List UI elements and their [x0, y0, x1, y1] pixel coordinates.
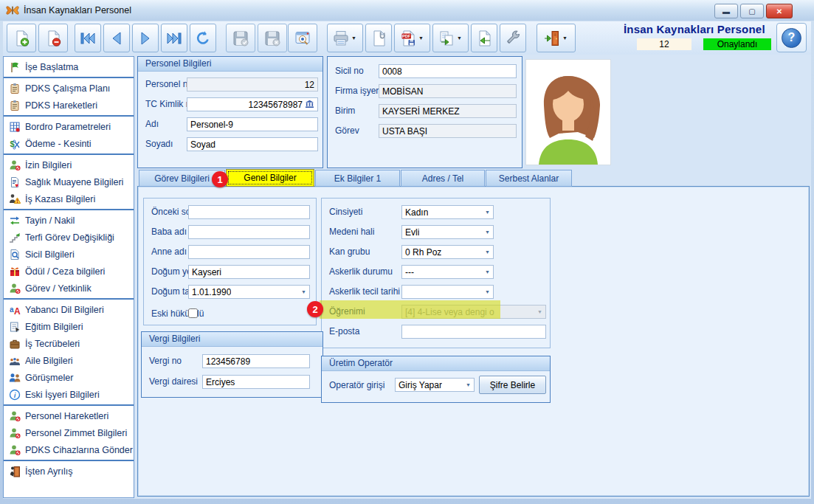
sidebar-item-aile-bilgileri[interactable]: Aile Bilgileri [4, 352, 134, 369]
firma-isyeri-label: Firma işyeri [335, 86, 381, 96]
save-button [226, 24, 255, 52]
sidebar-item-i-s-tecrubeleri[interactable]: İş Tecrübeleri [4, 335, 134, 352]
tools-button[interactable] [500, 24, 526, 52]
copy-transfer-button[interactable]: ▼ [432, 24, 469, 52]
kan-grubu-combo[interactable]: 0 Rh Poz▼ [401, 245, 494, 259]
dogum-yeri-input[interactable] [188, 265, 310, 279]
toolbar-title-block: İnsan Kaynakları Personel 12 Onaylandı [624, 23, 771, 35]
chevron-down-icon: ▼ [483, 249, 490, 255]
sidebar-item-personel-zimmet-bilgileri[interactable]: Personel Zimmet Bilgileri [4, 424, 134, 441]
tab-serbest-alanlar[interactable]: Serbest Alanlar [486, 170, 572, 187]
dropdown-arrow-icon[interactable]: ▼ [455, 24, 463, 52]
medeni-hali-label: Medeni hali [329, 227, 374, 237]
help-button[interactable]: ? [776, 23, 807, 52]
refresh-button[interactable] [190, 24, 216, 52]
tax-info-panel: Vergi Bilgileri Vergi noVergi dairesi [141, 331, 323, 398]
sidebar-item-terfi-gorev-degisikligi[interactable]: Terfi Görev Değişikliği [4, 229, 134, 246]
minimize-button[interactable]: ▬ [714, 4, 738, 18]
onceki-soyadi-input[interactable] [188, 205, 310, 219]
sidebar-item-pdks-calisma-plani[interactable]: PDKS Çalışma Planı [4, 80, 134, 97]
sidebar-item-sicil-bilgileri[interactable]: Sicil Bilgileri [4, 246, 134, 263]
first-record-button[interactable] [75, 24, 101, 52]
doc-heart-icon [8, 176, 21, 188]
maximize-button[interactable]: ▢ [740, 4, 764, 18]
kan-grubu-label: Kan grubu [329, 246, 370, 257]
e-posta-input[interactable] [401, 325, 546, 339]
sicil-no-input[interactable] [379, 64, 517, 78]
sidebar-item-i-zin-bilgileri[interactable]: İzin Bilgileri [4, 156, 134, 173]
medeni-hali-combo[interactable]: Evli▼ [401, 225, 494, 239]
people-chat-icon [8, 371, 21, 384]
sidebar-item-gorev-yetkinlik[interactable]: Görev / Yetkinlik [4, 280, 134, 297]
gorev-input [379, 124, 517, 138]
dropdown-arrow-icon[interactable]: ▼ [561, 24, 569, 52]
new-record-button[interactable] [7, 24, 36, 52]
sidebar-item-odeme-kesinti[interactable]: Ödeme - Kesinti [4, 135, 134, 152]
print-button[interactable]: ▼ [327, 24, 363, 52]
sidebar-item-bordro-parametreleri[interactable]: Bordro Parametreleri [4, 118, 134, 135]
tax-panel-title: Vergi Bilgileri [142, 332, 323, 347]
tab-genel-bilgiler[interactable]: Genel Bilgiler [226, 169, 314, 187]
sidebar-item-label: PDKS Çalışma Planı [25, 83, 110, 94]
sidebar-item-personel-hareketleri[interactable]: Personel Hareketleri [4, 407, 134, 424]
sidebar-item-label: İş Kazası Bilgileri [25, 194, 95, 204]
cinsiyeti-combo[interactable]: Kadın▼ [401, 205, 494, 219]
preview-icon [294, 30, 311, 47]
dogum-tarihi-combo[interactable]: 1.01.1990▼ [188, 285, 310, 299]
sidebar-item-gorusmeler[interactable]: Görüşmeler [4, 369, 134, 386]
sidebar-item-label: Personel Hareketleri [25, 411, 108, 421]
sidebar-item-odul-ceza-bilgileri[interactable]: Ödül / Ceza bilgileri [4, 263, 134, 280]
sidebar-item-i-sten-ayrilis[interactable]: İşten Ayrılış [4, 463, 134, 480]
next-record-button[interactable] [132, 24, 159, 52]
family-icon [8, 354, 21, 367]
sidebar-item-pdks-hareketleri[interactable]: PDKS Hareketleri [4, 97, 134, 114]
sidebar-item-pdks-cihazlarina-gonder[interactable]: PDKS Cihazlarına Gönder [4, 441, 134, 458]
vergi-no-input[interactable] [202, 354, 310, 368]
anne-adi-input[interactable] [188, 245, 310, 259]
sidebar-item-yabanci-dil-bilgileri[interactable]: Yabancı Dil Bilgileri [4, 301, 134, 318]
askerlik-durumu-combo[interactable]: ---▼ [401, 265, 494, 279]
wrench-icon [504, 30, 522, 47]
dropdown-arrow-icon[interactable]: ▼ [417, 24, 425, 52]
sidebar-item-eski-i-syeri-bilgileri[interactable]: Eski İşyeri Bilgileri [4, 386, 134, 403]
tab-ek-bilgiler-1[interactable]: Ek Bilgiler 1 [315, 170, 400, 187]
askerlik-tecil-tarihi-combo[interactable]: ▼ [401, 285, 494, 299]
previous-arrow-icon [108, 30, 125, 47]
sidebar-item-label: Görüşmeler [25, 373, 73, 383]
sidebar-item-i-se-baslatma[interactable]: İşe Başlatma [4, 58, 134, 75]
operator-login-combo[interactable]: Giriş Yapar ▼ [395, 378, 475, 392]
sidebar-group-2: PDKS Çalışma PlanıPDKS Hareketleri [4, 78, 134, 117]
dropdown-arrow-icon[interactable]: ▼ [350, 24, 358, 52]
vergi-dairesi-label: Vergi dairesi [149, 376, 198, 387]
pdf-export-button[interactable]: PDF▼ [394, 24, 430, 52]
sidebar-item-i-s-kazasi-bilgileri[interactable]: İş Kazası Bilgileri [4, 190, 134, 207]
chevron-down-icon: ▼ [483, 289, 490, 294]
sidebar-group-6: Yabancı Dil BilgileriEğitim Bilgileriİş … [4, 300, 134, 406]
print-preview-button[interactable] [288, 24, 317, 52]
delete-record-button[interactable] [38, 24, 68, 52]
set-password-button[interactable]: Şifre Belirle [479, 376, 546, 394]
vergi-dairesi-input[interactable] [202, 375, 310, 389]
adi-input[interactable] [187, 117, 318, 131]
birim-label: Birim [335, 106, 355, 116]
close-button[interactable]: ✕ [766, 4, 793, 18]
last-record-button[interactable] [161, 24, 187, 52]
tab-adres-tel[interactable]: Adres / Tel [401, 170, 485, 187]
exit-button[interactable]: ▼ [537, 24, 576, 52]
sidebar-item-label: Bordro Parametreleri [25, 122, 111, 132]
previous-record-button[interactable] [103, 24, 130, 52]
import-button[interactable] [471, 24, 497, 52]
baba-adi-input[interactable] [188, 225, 310, 239]
operator-panel-title: Üretim Operatör [322, 356, 550, 371]
attachment-button[interactable] [365, 24, 392, 52]
sidebar-item-egitim-bilgileri[interactable]: Eğitim Bilgileri [4, 318, 134, 335]
soyadi-input[interactable] [187, 137, 318, 151]
tc-kimlik-no-input[interactable] [187, 97, 318, 111]
sidebar-item-tayin-nakil[interactable]: Tayin / Nakil [4, 212, 134, 229]
exit-door-icon [543, 30, 561, 47]
sidebar-item-saglik-muayene-bilgileri[interactable]: Sağlık Muayene Bilgileri [4, 173, 134, 190]
person-block-icon [8, 427, 21, 439]
sidebar-item-label: Yabancı Dil Bilgileri [25, 305, 104, 315]
pdf-save-icon: PDF [399, 30, 417, 47]
eski-hukumlu-checkbox[interactable] [188, 308, 198, 318]
